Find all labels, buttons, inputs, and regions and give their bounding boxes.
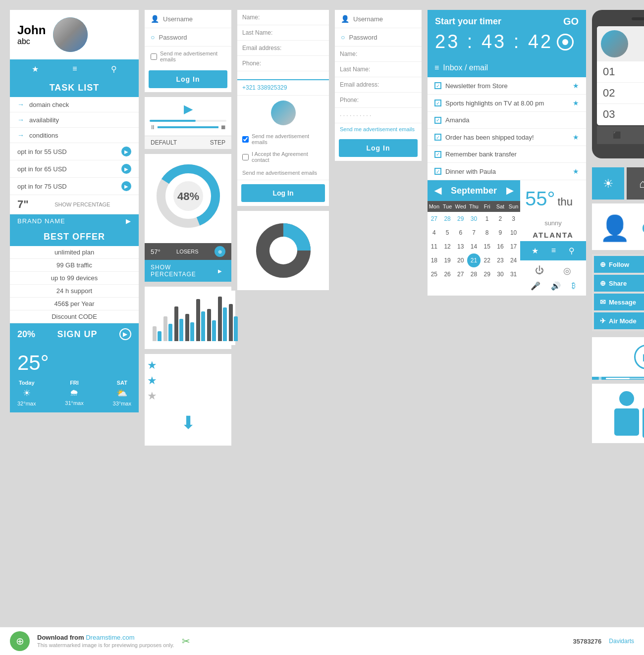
cal-cell[interactable]: 2	[494, 212, 507, 226]
cal-cell-today[interactable]: 21	[467, 253, 481, 267]
ww-target-icon[interactable]: ◎	[563, 265, 571, 276]
list-item[interactable]: opt in for 55 USD ▶	[10, 143, 139, 160]
star-filled-icon[interactable]: ★	[147, 374, 229, 387]
profile-nav[interactable]: ★ ≡ ⚲	[10, 59, 139, 79]
ww-power-icon[interactable]: ⏻	[535, 265, 544, 276]
ads-checkbox-row[interactable]: Send me advertisement emails	[237, 130, 329, 148]
option-btn[interactable]: ▶	[121, 147, 131, 156]
password2-field[interactable]: ○	[335, 28, 422, 47]
cal-cell[interactable]: 28	[467, 267, 481, 281]
cal-cell[interactable]: 18	[428, 253, 441, 267]
username2-input[interactable]	[353, 15, 416, 23]
cal-cell[interactable]: 12	[441, 240, 454, 253]
login2-button[interactable]: Log In	[339, 139, 418, 157]
username-field[interactable]: 👤	[145, 10, 231, 28]
star-filled-icon[interactable]: ★	[147, 359, 229, 372]
password2-input[interactable]	[349, 34, 416, 41]
inbox-checkbox[interactable]	[434, 134, 441, 141]
cal-next-btn[interactable]: ▶	[506, 185, 513, 196]
phone-row[interactable]: 02 →	[597, 83, 644, 104]
signup-row[interactable]: 20% SIGN UP ▶	[10, 323, 139, 345]
menu-icon[interactable]: ≡	[72, 64, 77, 74]
ww-nav[interactable]: ★ ≡ ⚲	[520, 241, 586, 260]
show-pct-btn[interactable]: ▶	[215, 265, 225, 276]
cal-cell[interactable]: 27	[454, 267, 467, 281]
star-icon[interactable]: ★	[573, 99, 579, 107]
cal-cell[interactable]: 8	[481, 226, 494, 240]
location-icon[interactable]: ⚲	[111, 64, 117, 74]
inbox-checkbox[interactable]	[434, 117, 441, 124]
inbox-item[interactable]: Dinner with Paula ★	[428, 163, 586, 180]
cal-cell[interactable]: 5	[441, 226, 454, 240]
star-empty-icon[interactable]: ★	[147, 390, 229, 403]
cal-cell[interactable]: 7	[467, 226, 481, 240]
cal-cell[interactable]: 28	[441, 212, 454, 226]
cal-cell[interactable]: 25	[428, 267, 441, 281]
cal-cell[interactable]: 29	[481, 267, 494, 281]
cal-cell[interactable]: 16	[494, 240, 507, 253]
name-field[interactable]: Name:	[237, 10, 329, 25]
list-item[interactable]: opt in for 65 USD ▶	[10, 160, 139, 178]
cal-cell[interactable]: 1	[481, 212, 494, 226]
login-button[interactable]: Log In	[149, 70, 227, 88]
ww-star-icon[interactable]: ★	[532, 246, 538, 255]
cal-cell[interactable]: 24	[507, 253, 520, 267]
download-icon[interactable]: ⬇	[147, 405, 229, 441]
timer-target-icon[interactable]	[557, 34, 574, 50]
ads3-checkbox-row[interactable]: Send me advertisement emails	[335, 123, 422, 135]
cal-cell[interactable]: 26	[441, 267, 454, 281]
option-btn[interactable]: ▶	[121, 181, 131, 191]
phone-btn1[interactable]: ⬛	[613, 131, 621, 139]
ww-bluetooth-icon[interactable]: ₿	[572, 281, 576, 291]
cal-cell[interactable]: 30	[467, 212, 481, 226]
cal-cell[interactable]: 4	[428, 226, 441, 240]
stats-circle-btn[interactable]: ⊕	[215, 246, 225, 257]
ww-location-icon[interactable]: ⚲	[569, 246, 575, 255]
cal-cell[interactable]: 23	[494, 253, 507, 267]
cal-cell[interactable]: 19	[441, 253, 454, 267]
cal-cell[interactable]: 3	[507, 212, 520, 226]
play-icon[interactable]: ▶	[150, 102, 226, 116]
accept-checkbox[interactable]	[242, 154, 249, 160]
pause-icon[interactable]: ⏸	[597, 375, 603, 382]
ww-menu-icon[interactable]: ≡	[551, 246, 556, 255]
cal-cell[interactable]: 17	[507, 240, 520, 253]
ads-checkbox[interactable]	[151, 53, 157, 60]
cal-cell[interactable]: 9	[494, 226, 507, 240]
share-button[interactable]: ⊕ Share	[594, 275, 644, 292]
cal-cell[interactable]: 10	[507, 226, 520, 240]
cal-cell[interactable]: 22	[481, 253, 494, 267]
cal-cell[interactable]: 6	[454, 226, 467, 240]
option-btn[interactable]: ▶	[121, 164, 131, 174]
password-field[interactable]: ○	[145, 28, 231, 47]
cal-cell[interactable]: 14	[467, 240, 481, 253]
cal-cell[interactable]: 13	[454, 240, 467, 253]
phone-row[interactable]: 03 →	[597, 104, 644, 125]
cal-cell[interactable]: 20	[454, 253, 467, 267]
star-icon[interactable]: ★	[573, 167, 579, 175]
inbox-checkbox[interactable]	[434, 100, 441, 106]
cal-cell[interactable]: 30	[494, 267, 507, 281]
progress-bar[interactable]	[150, 120, 226, 122]
home-icon[interactable]: ⌂	[627, 167, 644, 200]
ads-checkbox[interactable]	[242, 136, 249, 143]
star-icon[interactable]: ★	[573, 133, 579, 141]
show-percentage-bar[interactable]: SHOW PERCENTAGE ▶	[145, 260, 231, 282]
signup-button[interactable]: SIGN UP	[57, 329, 98, 340]
message-button[interactable]: ✉ Message	[594, 294, 644, 310]
register-login-button[interactable]: Log In	[241, 184, 325, 202]
media-play-circle[interactable]: ▶	[634, 345, 644, 369]
inbox-item[interactable]: Amanda	[428, 112, 586, 129]
ww-bottom-controls[interactable]: 🎤 🔊 ₿	[520, 281, 586, 296]
username-input[interactable]	[163, 15, 225, 23]
lastname-field[interactable]: Last Name:	[237, 25, 329, 41]
inbox-checkbox[interactable]	[434, 168, 441, 175]
phone-row[interactable]: 01 →	[597, 61, 644, 83]
cal-cell[interactable]: 27	[428, 212, 441, 226]
ww-controls[interactable]: ⏻ ◎	[520, 260, 586, 281]
stop-icon[interactable]: ⏹	[220, 124, 226, 131]
brightness-icon[interactable]: ☀	[592, 167, 624, 200]
ww-volume-icon[interactable]: 🔊	[551, 281, 561, 291]
airmode-button[interactable]: ✈ Air Mode	[594, 312, 644, 329]
follow-button[interactable]: ⊕ Follow	[594, 256, 644, 273]
